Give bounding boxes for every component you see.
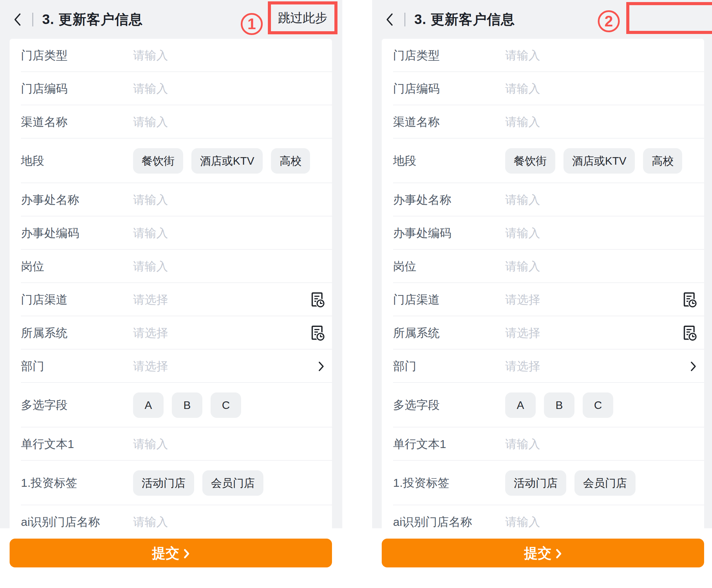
input-placeholder[interactable]: 请输入: [133, 259, 168, 274]
form-row[interactable]: ai识别门店名称 请输入: [10, 505, 332, 528]
doc-clock-icon[interactable]: [681, 292, 697, 308]
select-placeholder[interactable]: 请选择: [505, 358, 540, 374]
chip-option[interactable]: 会员门店: [202, 470, 263, 496]
input-placeholder[interactable]: 请输入: [505, 436, 540, 452]
field-value[interactable]: 餐饮街酒店或KTV高校: [505, 148, 697, 174]
chip-option[interactable]: 会员门店: [574, 470, 636, 496]
back-icon[interactable]: [13, 13, 22, 26]
doc-clock-icon[interactable]: [309, 292, 325, 308]
field-value[interactable]: 请输入: [133, 514, 325, 529]
input-placeholder[interactable]: 请输入: [505, 114, 540, 130]
form-row[interactable]: 门店类型 请输入: [382, 39, 704, 72]
select-placeholder[interactable]: 请选择: [505, 325, 540, 341]
field-value[interactable]: 请输入: [133, 436, 325, 452]
form-row[interactable]: 所属系统 请选择: [10, 316, 332, 350]
input-placeholder[interactable]: 请输入: [505, 514, 540, 529]
input-placeholder[interactable]: 请输入: [133, 48, 168, 63]
chip-option[interactable]: B: [172, 392, 202, 418]
form-row[interactable]: 地段 餐饮街酒店或KTV高校: [382, 139, 704, 183]
chip-option[interactable]: 餐饮街: [505, 148, 555, 174]
chevron-right-icon[interactable]: [689, 361, 697, 372]
field-value[interactable]: 请选择: [133, 325, 325, 341]
input-placeholder[interactable]: 请输入: [133, 225, 168, 241]
chevron-right-icon[interactable]: [317, 361, 325, 372]
field-value[interactable]: 请输入: [505, 48, 697, 63]
skip-step-button[interactable]: 跳过此步: [278, 10, 328, 26]
select-placeholder[interactable]: 请选择: [133, 325, 168, 341]
chip-option[interactable]: 高校: [271, 148, 310, 174]
field-value[interactable]: 请输入: [505, 514, 697, 529]
field-value[interactable]: 请选择: [133, 358, 325, 374]
field-value[interactable]: 餐饮街酒店或KTV高校: [133, 148, 325, 174]
field-value[interactable]: 请输入: [133, 81, 325, 97]
chip-option[interactable]: B: [544, 392, 574, 418]
field-value[interactable]: 请输入: [133, 225, 325, 241]
form-row[interactable]: 办事处编码 请输入: [10, 216, 332, 250]
field-value[interactable]: 请选择: [505, 325, 697, 341]
field-value[interactable]: 请输入: [133, 48, 325, 63]
field-value[interactable]: 请选择: [505, 358, 697, 374]
field-value[interactable]: 活动门店会员门店: [133, 470, 325, 496]
input-placeholder[interactable]: 请输入: [133, 436, 168, 452]
field-value[interactable]: ABC: [133, 392, 325, 418]
form-row[interactable]: 门店编码 请输入: [10, 72, 332, 105]
form-row[interactable]: 岗位 请输入: [10, 250, 332, 283]
input-placeholder[interactable]: 请输入: [505, 192, 540, 208]
form-row[interactable]: 部门 请选择: [382, 350, 704, 383]
field-value[interactable]: 活动门店会员门店: [505, 470, 697, 496]
chip-option[interactable]: 高校: [643, 148, 682, 174]
form-row[interactable]: 岗位 请输入: [382, 250, 704, 283]
form-row[interactable]: 单行文本1 请输入: [382, 427, 704, 461]
form-row[interactable]: 渠道名称 请输入: [382, 105, 704, 139]
chip-option[interactable]: 酒店或KTV: [191, 148, 263, 174]
form-row[interactable]: 多选字段 ABC: [10, 383, 332, 427]
chip-option[interactable]: 酒店或KTV: [563, 148, 635, 174]
field-value[interactable]: 请输入: [505, 81, 697, 97]
form-row[interactable]: 地段 餐饮街酒店或KTV高校: [10, 139, 332, 183]
form-row[interactable]: 所属系统 请选择: [382, 316, 704, 350]
form-row[interactable]: 办事处编码 请输入: [382, 216, 704, 250]
field-value[interactable]: 请输入: [505, 436, 697, 452]
field-value[interactable]: 请输入: [505, 259, 697, 274]
select-placeholder[interactable]: 请选择: [133, 292, 168, 308]
chip-option[interactable]: C: [211, 392, 241, 418]
input-placeholder[interactable]: 请输入: [133, 192, 168, 208]
field-value[interactable]: 请输入: [133, 114, 325, 130]
form-row[interactable]: 1.投资标签 活动门店会员门店: [10, 461, 332, 505]
input-placeholder[interactable]: 请输入: [133, 114, 168, 130]
chip-option[interactable]: 活动门店: [505, 470, 566, 496]
form-row[interactable]: ai识别门店名称 请输入: [382, 505, 704, 528]
doc-clock-icon[interactable]: [309, 325, 325, 341]
input-placeholder[interactable]: 请输入: [133, 81, 168, 97]
chip-option[interactable]: C: [583, 392, 613, 418]
field-value[interactable]: ABC: [505, 392, 697, 418]
form-row[interactable]: 门店渠道 请选择: [382, 283, 704, 316]
form-row[interactable]: 渠道名称 请输入: [10, 105, 332, 139]
chip-option[interactable]: A: [505, 392, 536, 418]
form-row[interactable]: 门店编码 请输入: [382, 72, 704, 105]
field-value[interactable]: 请输入: [505, 225, 697, 241]
field-value[interactable]: 请选择: [133, 292, 325, 308]
input-placeholder[interactable]: 请输入: [505, 259, 540, 274]
form-row[interactable]: 单行文本1 请输入: [10, 427, 332, 461]
form-row[interactable]: 多选字段 ABC: [382, 383, 704, 427]
chip-option[interactable]: A: [133, 392, 164, 418]
select-placeholder[interactable]: 请选择: [133, 358, 168, 374]
input-placeholder[interactable]: 请输入: [133, 514, 168, 529]
input-placeholder[interactable]: 请输入: [505, 81, 540, 97]
submit-button[interactable]: 提交: [10, 539, 332, 567]
form-row[interactable]: 部门 请选择: [10, 350, 332, 383]
field-value[interactable]: 请输入: [133, 259, 325, 274]
submit-button[interactable]: 提交: [382, 539, 704, 567]
field-value[interactable]: 请选择: [505, 292, 697, 308]
field-value[interactable]: 请输入: [505, 192, 697, 208]
input-placeholder[interactable]: 请输入: [505, 48, 540, 63]
back-icon[interactable]: [385, 13, 394, 26]
field-value[interactable]: 请输入: [133, 192, 325, 208]
form-row[interactable]: 办事处名称 请输入: [10, 183, 332, 216]
chip-option[interactable]: 餐饮街: [133, 148, 183, 174]
form-row[interactable]: 1.投资标签 活动门店会员门店: [382, 461, 704, 505]
select-placeholder[interactable]: 请选择: [505, 292, 540, 308]
form-row[interactable]: 门店渠道 请选择: [10, 283, 332, 316]
field-value[interactable]: 请输入: [505, 114, 697, 130]
